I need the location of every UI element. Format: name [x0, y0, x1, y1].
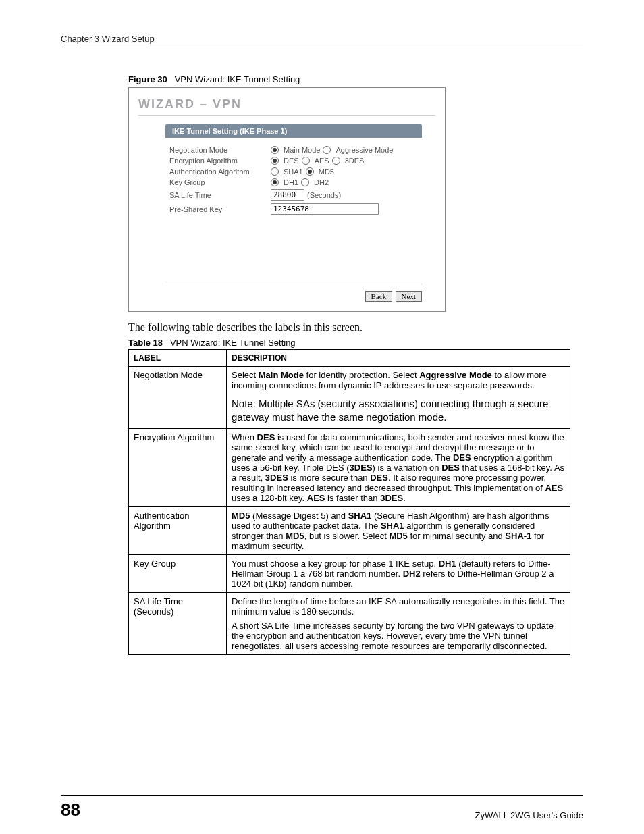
figure-label: Figure 30	[128, 74, 167, 84]
label-salife: SA Life Time	[169, 191, 271, 199]
figure-title: VPN Wizard: IKE Tunnel Setting	[175, 74, 300, 84]
row-negotiation: Negotiation Mode Main Mode Aggressive Mo…	[169, 145, 418, 155]
guide-title: ZyWALL 2WG User's Guide	[475, 810, 583, 820]
label-psk: Pre-Shared Key	[169, 205, 271, 213]
intro-text: The following table describes the labels…	[128, 321, 583, 334]
page-number: 88	[61, 800, 80, 820]
input-psk[interactable]	[271, 203, 379, 215]
form-area: Negotiation Mode Main Mode Aggressive Mo…	[165, 145, 422, 216]
cell-desc: Define the length of time before an IKE …	[227, 592, 570, 654]
unit-seconds: (Seconds)	[307, 191, 341, 199]
row-salife: SA Life Time (Seconds)	[169, 188, 418, 202]
table-row: Authentication Algorithm MD5 (Message Di…	[129, 506, 570, 554]
cell-desc: MD5 (Message Digest 5) and SHA1 (Secure …	[227, 506, 570, 554]
radio-sha1[interactable]	[271, 167, 279, 176]
table-row: Negotiation Mode Select Main Mode for id…	[129, 367, 570, 429]
back-button[interactable]: Back	[365, 291, 393, 302]
radio-3des[interactable]	[332, 157, 340, 165]
wizard-title: WIZARD – VPN	[138, 97, 435, 115]
table-label: Table 18	[128, 338, 163, 348]
table-row: Key Group You must choose a key group fo…	[129, 554, 570, 592]
opt-aggressive-mode: Aggressive Mode	[336, 146, 393, 154]
opt-dh1: DH1	[284, 178, 298, 186]
divider	[138, 115, 435, 116]
th-desc: DESCRIPTION	[227, 350, 570, 367]
opt-md5: MD5	[319, 167, 334, 176]
table-head-row: LABEL DESCRIPTION	[129, 350, 570, 367]
opt-3des: 3DES	[345, 157, 365, 165]
input-salife[interactable]	[271, 189, 304, 201]
description-table: LABEL DESCRIPTION Negotiation Mode Selec…	[128, 349, 570, 655]
note-text: Note: Multiple SAs (security association…	[232, 397, 565, 425]
opt-aes: AES	[315, 157, 329, 165]
radio-main-mode[interactable]	[271, 146, 279, 154]
table-row: SA Life Time (Seconds) Define the length…	[129, 592, 570, 654]
next-button[interactable]: Next	[396, 291, 422, 302]
table-title: VPN Wizard: IKE Tunnel Setting	[170, 338, 296, 348]
wizard-screenshot: WIZARD – VPN IKE Tunnel Setting (IKE Pha…	[128, 87, 446, 312]
opt-dh2: DH2	[314, 178, 329, 186]
table-caption: Table 18 VPN Wizard: IKE Tunnel Setting	[128, 338, 583, 348]
radio-aes[interactable]	[302, 157, 310, 165]
opt-main-mode: Main Mode	[284, 146, 320, 154]
th-label: LABEL	[129, 350, 227, 367]
cell-desc: When DES is used for data communications…	[227, 428, 570, 506]
cell-label: Authentication Algorithm	[129, 506, 227, 554]
row-psk: Pre-Shared Key	[169, 202, 418, 216]
label-auth: Authentication Algorithm	[169, 167, 271, 176]
row-keygroup: Key Group DH1 DH2	[169, 177, 418, 188]
cell-label: Key Group	[129, 554, 227, 592]
label-encryption: Encryption Algorithm	[169, 157, 271, 165]
section-header: IKE Tunnel Setting (IKE Phase 1)	[165, 124, 422, 138]
label-negotiation: Negotiation Mode	[169, 146, 271, 154]
row-encryption: Encryption Algorithm DES AES 3DES	[169, 155, 418, 166]
radio-dh2[interactable]	[301, 178, 309, 186]
cell-label: Negotiation Mode	[129, 367, 227, 429]
page-footer: 88 ZyWALL 2WG User's Guide	[61, 795, 583, 820]
opt-des: DES	[284, 157, 299, 165]
cell-label: Encryption Algorithm	[129, 428, 227, 506]
cell-desc: Select Main Mode for identity protection…	[227, 367, 570, 429]
radio-md5[interactable]	[306, 167, 314, 176]
row-auth: Authentication Algorithm SHA1 MD5	[169, 166, 418, 177]
chapter-header: Chapter 3 Wizard Setup	[61, 34, 583, 47]
table-row: Encryption Algorithm When DES is used fo…	[129, 428, 570, 506]
figure-caption: Figure 30 VPN Wizard: IKE Tunnel Setting	[128, 74, 583, 84]
radio-dh1[interactable]	[271, 178, 279, 186]
radio-aggressive-mode[interactable]	[323, 146, 331, 154]
button-row: Back Next	[138, 290, 422, 302]
label-keygroup: Key Group	[169, 178, 271, 186]
spacer	[165, 223, 422, 284]
cell-label: SA Life Time (Seconds)	[129, 592, 227, 654]
radio-des[interactable]	[271, 157, 279, 165]
opt-sha1: SHA1	[284, 167, 303, 176]
cell-desc: You must choose a key group for phase 1 …	[227, 554, 570, 592]
